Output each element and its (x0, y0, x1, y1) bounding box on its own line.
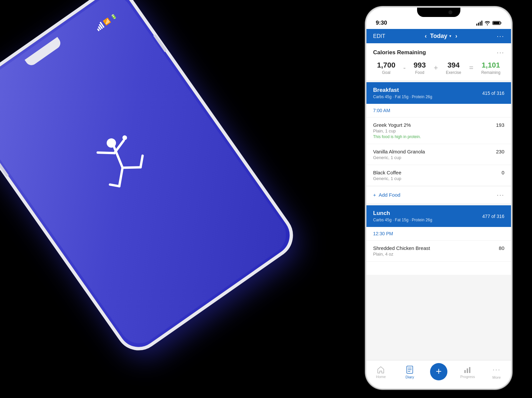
breakfast-calories: 415 of 316 (482, 91, 504, 96)
exercise-value: 394 (446, 61, 461, 70)
lunch-header[interactable]: Lunch Carbs 45g · Fat 15g · Protein 26g … (366, 205, 511, 227)
exercise-item: 394 Exercise (446, 61, 461, 75)
calories-section: Calories Remaining ··· 1,700 Goal - 993 … (366, 43, 511, 80)
diary-icon (406, 366, 413, 374)
minus-operator: - (403, 64, 406, 72)
plus-operator: + (434, 64, 438, 72)
edit-button[interactable]: EDIT (373, 33, 385, 39)
food-value: 993 (414, 61, 426, 70)
granola-calories: 230 (494, 149, 504, 154)
next-day-button[interactable]: › (455, 33, 457, 40)
prev-day-button[interactable]: ‹ (425, 33, 427, 40)
status-icons (476, 21, 502, 26)
food-item-coffee[interactable]: Black Coffee Generic, 1 cup 0 (366, 165, 511, 186)
breakfast-macros: Carbs 45g · Fat 15g · Protein 26g (373, 95, 432, 99)
remaining-item: 1,101 Remaining (481, 61, 500, 75)
nav-bar: EDIT ‹ Today ▼ › ··· (366, 29, 511, 43)
yogurt-calories: 193 (494, 122, 504, 128)
foreground-phone: 9:30 (365, 7, 512, 389)
battery-icon (492, 21, 502, 25)
chicken-desc: Plain, 4 oz (373, 252, 430, 257)
equals-operator: = (469, 64, 473, 72)
svg-point-0 (105, 136, 118, 149)
today-label: Today (430, 33, 447, 40)
tab-add[interactable]: + (424, 363, 453, 382)
bg-phone-notch (25, 37, 63, 68)
tab-diary[interactable]: Diary (395, 366, 424, 379)
add-food-button[interactable]: + Add Food (373, 192, 400, 198)
nav-more-button[interactable]: ··· (497, 32, 504, 40)
lunch-macros: Carbs 45g · Fat 15g · Protein 26g (373, 218, 432, 222)
svg-line-7 (123, 159, 141, 176)
calories-more-button[interactable]: ··· (497, 49, 504, 56)
food-item-chicken[interactable]: Shredded Chicken Breast Plain, 4 oz 80 (366, 241, 511, 262)
chicken-name: Shredded Chicken Breast (373, 245, 430, 251)
lunch-title: Lunch (373, 210, 432, 217)
svg-line-1 (110, 147, 127, 168)
svg-line-6 (110, 181, 119, 190)
remaining-label: Remaining (481, 70, 500, 75)
signal-icon (476, 21, 482, 26)
breakfast-time: 7:00 AM (366, 104, 511, 117)
add-food-plus: + (373, 192, 376, 198)
status-time: 9:30 (376, 20, 387, 26)
lunch-title-area: Lunch Carbs 45g · Fat 15g · Protein 26g (373, 210, 432, 222)
food-item-granola[interactable]: Vanilla Almond Granola Generic, 1 cup 23… (366, 144, 511, 165)
svg-point-4 (122, 134, 128, 141)
wifi-icon (484, 21, 490, 25)
progress-label: Progress (460, 375, 475, 379)
calories-header: Calories Remaining ··· (373, 49, 504, 56)
yogurt-desc: Plain, 1 cup (373, 128, 421, 133)
svg-rect-15 (469, 367, 470, 373)
goal-value: 1,700 (377, 61, 395, 70)
coffee-name: Black Coffee (373, 170, 401, 175)
progress-icon (464, 366, 472, 373)
coffee-desc: Generic, 1 cup (373, 176, 401, 181)
yogurt-name: Greek Yogurt 2% (373, 122, 421, 128)
breakfast-title-area: Breakfast Carbs 45g · Fat 15g · Protein … (373, 87, 432, 99)
svg-line-5 (112, 168, 130, 186)
breakfast-add-food-row: + Add Food ··· (366, 186, 511, 203)
remaining-value: 1,101 (481, 61, 500, 70)
goal-label: Goal (377, 70, 395, 75)
more-label: More (492, 375, 501, 379)
diary-label: Diary (405, 375, 414, 379)
goal-item: 1,700 Goal (377, 61, 395, 75)
calories-row: 1,700 Goal - 993 Food + 394 Exercise = (373, 61, 504, 75)
granola-desc: Generic, 1 cup (373, 155, 425, 160)
coffee-calories: 0 (494, 170, 504, 175)
food-label: Food (414, 70, 426, 75)
tab-bar: Home Diary + Progress (366, 360, 511, 388)
svg-rect-11 (493, 22, 500, 24)
add-button[interactable]: + (430, 363, 447, 380)
nav-center: ‹ Today ▼ › (425, 33, 457, 40)
bg-phone-status-icons: 📶 🔋 (95, 12, 118, 31)
svg-line-8 (136, 156, 148, 167)
lunch-calories: 477 of 316 (482, 214, 504, 219)
food-item-yogurt[interactable]: Greek Yogurt 2% Plain, 1 cup This food i… (366, 117, 511, 144)
yogurt-note: This food is high in protein. (373, 134, 421, 139)
add-icon: + (436, 366, 442, 376)
breakfast-options-button[interactable]: ··· (497, 191, 504, 199)
today-dropdown[interactable]: Today ▼ (430, 33, 452, 40)
calories-title: Calories Remaining (373, 49, 426, 56)
dropdown-arrow: ▼ (449, 34, 452, 38)
svg-rect-14 (467, 368, 468, 373)
home-label: Home (376, 375, 386, 379)
lunch-time: 12:30 PM (366, 227, 511, 241)
phone-screen: 9:30 (366, 8, 511, 388)
phone-notch (417, 8, 460, 17)
breakfast-header[interactable]: Breakfast Carbs 45g · Fat 15g · Protein … (366, 82, 511, 104)
tab-more[interactable]: ··· More (482, 365, 511, 379)
tab-progress[interactable]: Progress (453, 366, 482, 379)
svg-rect-10 (501, 22, 501, 24)
chicken-calories: 80 (494, 245, 504, 251)
volume-down-button (0, 162, 9, 177)
background-phone: 9:30 📶 🔋 (0, 0, 302, 359)
side-button (153, 34, 167, 52)
breakfast-title: Breakfast (373, 87, 432, 94)
more-icon: ··· (492, 365, 500, 374)
tab-home[interactable]: Home (366, 366, 395, 379)
dancer-figure (76, 118, 176, 221)
exercise-label: Exercise (446, 70, 461, 75)
